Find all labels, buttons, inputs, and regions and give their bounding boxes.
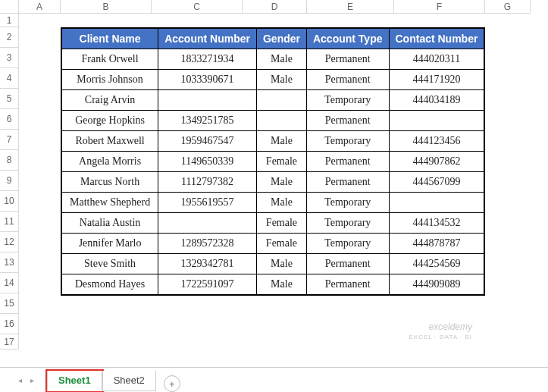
col-B[interactable]: B bbox=[61, 0, 152, 14]
table-cell[interactable]: Permanent bbox=[306, 111, 389, 131]
row-14[interactable]: 14 bbox=[0, 273, 19, 293]
table-cell[interactable]: Male bbox=[256, 193, 306, 213]
tab-sheet2[interactable]: Sheet2 bbox=[102, 371, 156, 391]
table-cell[interactable]: Female bbox=[256, 152, 306, 172]
row-headers: 1 2 3 4 5 6 7 8 9 10 11 12 13 14 15 16 1… bbox=[0, 14, 19, 350]
table-cell[interactable]: 444034189 bbox=[389, 90, 484, 111]
row-17[interactable]: 17 bbox=[0, 334, 19, 350]
table-cell[interactable]: 1833271934 bbox=[158, 49, 257, 70]
row-7[interactable]: 7 bbox=[0, 130, 19, 150]
table-cell[interactable]: Male bbox=[256, 49, 306, 70]
row-16[interactable]: 16 bbox=[0, 314, 19, 334]
table-cell[interactable]: Temporary bbox=[306, 131, 389, 152]
table-cell[interactable] bbox=[256, 111, 306, 131]
row-9[interactable]: 9 bbox=[0, 171, 19, 191]
row-2[interactable]: 2 bbox=[0, 27, 19, 48]
table-cell[interactable]: Frank Orwell bbox=[61, 49, 158, 70]
table-cell[interactable] bbox=[389, 111, 484, 131]
th-contact-number[interactable]: Contact Number bbox=[389, 28, 484, 49]
table-cell[interactable]: Female bbox=[256, 234, 306, 254]
table-row: George Hopkins1349251785Permanent bbox=[61, 111, 484, 131]
table-cell[interactable]: Angela Morris bbox=[61, 152, 158, 172]
table-cell[interactable]: Permanent bbox=[306, 274, 389, 295]
th-account-type[interactable]: Account Type bbox=[306, 28, 389, 49]
table-cell[interactable]: Marcus North bbox=[61, 172, 158, 193]
table-cell[interactable]: 1149650339 bbox=[158, 152, 257, 172]
table-cell[interactable]: Steve Smith bbox=[61, 254, 158, 274]
table-cell[interactable]: 1329342781 bbox=[158, 254, 257, 274]
table-cell[interactable] bbox=[256, 90, 306, 111]
table-cell[interactable]: Temporary bbox=[306, 234, 389, 254]
table-cell[interactable]: Craig Arvin bbox=[61, 90, 158, 111]
table-cell[interactable]: 1722591097 bbox=[158, 274, 257, 295]
table-cell[interactable]: Male bbox=[256, 131, 306, 152]
table-cell[interactable]: Morris Johnson bbox=[61, 70, 158, 90]
table-cell[interactable]: 444567099 bbox=[389, 172, 484, 193]
client-data-table[interactable]: Client Name Account Number Gender Accoun… bbox=[61, 27, 485, 296]
table-cell[interactable]: Matthew Shepherd bbox=[61, 193, 158, 213]
table-cell[interactable]: Permanent bbox=[306, 49, 389, 70]
plus-icon: + bbox=[169, 378, 175, 390]
table-cell[interactable]: 444123456 bbox=[389, 131, 484, 152]
table-cell[interactable]: 444909089 bbox=[389, 274, 484, 295]
row-5[interactable]: 5 bbox=[0, 89, 19, 109]
table-cell[interactable]: Permanent bbox=[306, 70, 389, 90]
table-cell[interactable]: Permanent bbox=[306, 254, 389, 274]
table-cell[interactable] bbox=[158, 213, 257, 234]
table-cell[interactable] bbox=[158, 90, 257, 111]
table-cell[interactable]: 1289572328 bbox=[158, 234, 257, 254]
col-F[interactable]: F bbox=[394, 0, 485, 14]
table-cell[interactable]: Male bbox=[256, 172, 306, 193]
table-cell[interactable]: Permanent bbox=[306, 172, 389, 193]
tab-nav-next-icon[interactable]: ▸ bbox=[26, 374, 38, 386]
table-cell[interactable]: 1349251785 bbox=[158, 111, 257, 131]
table-cell[interactable]: 444171920 bbox=[389, 70, 484, 90]
row-4[interactable]: 4 bbox=[0, 68, 19, 89]
select-all-corner[interactable] bbox=[0, 0, 19, 14]
row-3[interactable]: 3 bbox=[0, 48, 19, 68]
table-cell[interactable]: Male bbox=[256, 274, 306, 295]
table-cell[interactable]: 444020311 bbox=[389, 49, 484, 70]
table-cell[interactable]: 444907862 bbox=[389, 152, 484, 172]
col-E[interactable]: E bbox=[307, 0, 394, 14]
row-13[interactable]: 13 bbox=[0, 252, 19, 273]
table-cell[interactable]: Jennifer Marlo bbox=[61, 234, 158, 254]
table-header-row: Client Name Account Number Gender Accoun… bbox=[61, 28, 484, 49]
row-10[interactable]: 10 bbox=[0, 191, 19, 212]
col-G[interactable]: G bbox=[485, 0, 531, 14]
col-C[interactable]: C bbox=[152, 0, 243, 14]
tab-sheet1[interactable]: Sheet1 bbox=[47, 371, 102, 391]
th-account-number[interactable]: Account Number bbox=[158, 28, 257, 49]
tab-nav-prev-icon[interactable]: ◂ bbox=[14, 374, 26, 386]
row-15[interactable]: 15 bbox=[0, 293, 19, 314]
th-client-name[interactable]: Client Name bbox=[61, 28, 158, 49]
table-cell[interactable]: Female bbox=[256, 213, 306, 234]
table-cell[interactable]: Male bbox=[256, 70, 306, 90]
table-cell[interactable]: 1955619557 bbox=[158, 193, 257, 213]
table-cell[interactable]: Permanent bbox=[306, 152, 389, 172]
add-sheet-button[interactable]: + bbox=[164, 375, 180, 392]
row-11[interactable]: 11 bbox=[0, 212, 19, 232]
table-cell[interactable]: 444254569 bbox=[389, 254, 484, 274]
table-cell[interactable]: Robert Maxwell bbox=[61, 131, 158, 152]
table-cell[interactable]: 444134532 bbox=[389, 213, 484, 234]
row-8[interactable]: 8 bbox=[0, 150, 19, 171]
table-cell[interactable]: George Hopkins bbox=[61, 111, 158, 131]
col-A[interactable]: A bbox=[19, 0, 61, 14]
table-cell[interactable]: Temporary bbox=[306, 90, 389, 111]
table-cell[interactable]: 444878787 bbox=[389, 234, 484, 254]
row-6[interactable]: 6 bbox=[0, 109, 19, 130]
table-cell[interactable]: Natalia Austin bbox=[61, 213, 158, 234]
table-cell[interactable]: 1112797382 bbox=[158, 172, 257, 193]
row-1[interactable]: 1 bbox=[0, 14, 19, 27]
th-gender[interactable]: Gender bbox=[256, 28, 306, 49]
table-cell[interactable]: Temporary bbox=[306, 213, 389, 234]
table-cell[interactable] bbox=[389, 193, 484, 213]
table-cell[interactable]: Temporary bbox=[306, 193, 389, 213]
table-cell[interactable]: Male bbox=[256, 254, 306, 274]
table-cell[interactable]: 1033390671 bbox=[158, 70, 257, 90]
table-cell[interactable]: 1959467547 bbox=[158, 131, 257, 152]
table-cell[interactable]: Desmond Hayes bbox=[61, 274, 158, 295]
row-12[interactable]: 12 bbox=[0, 232, 19, 252]
col-D[interactable]: D bbox=[243, 0, 307, 14]
